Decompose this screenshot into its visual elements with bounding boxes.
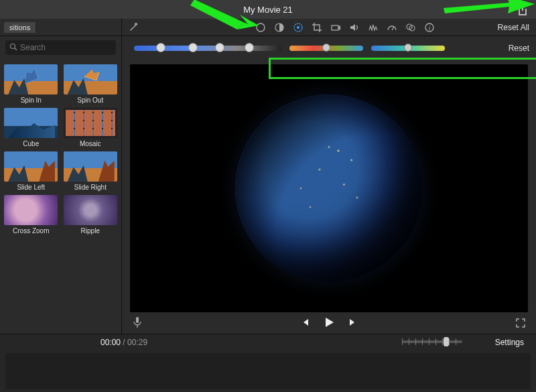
next-icon[interactable] — [348, 317, 358, 330]
saturation-slider[interactable] — [289, 46, 363, 51]
speed-icon[interactable] — [386, 21, 398, 34]
svg-point-0 — [11, 44, 15, 48]
sidebar-tabs: sitions — [0, 19, 121, 36]
filter-icon[interactable] — [405, 21, 417, 34]
time-separator: / — [121, 338, 127, 347]
thumb-label: Spin In — [3, 96, 60, 104]
fullscreen-icon[interactable] — [516, 318, 525, 330]
thumb-label: Cube — [3, 140, 60, 147]
svg-rect-12 — [136, 317, 139, 323]
project-title: My Movie 21 — [243, 5, 293, 15]
thumb-mosaic[interactable]: Mosaic — [62, 108, 119, 147]
timeline-settings-button[interactable]: Settings — [495, 338, 524, 347]
svg-line-7 — [392, 27, 394, 30]
timeline-panel: 00:00 / 00:29 Settings — [0, 334, 536, 392]
timeline-track[interactable] — [5, 353, 531, 389]
thumb-cube[interactable]: Cube — [3, 108, 60, 147]
thumb-ripple[interactable]: Ripple — [62, 195, 119, 235]
reset-all-button[interactable]: Reset All — [498, 23, 529, 32]
thumb-label: Spin Out — [62, 96, 119, 104]
play-icon[interactable] — [322, 316, 336, 332]
color-correction-icon[interactable] — [292, 21, 304, 34]
inspector-icons: i — [255, 21, 436, 34]
svg-point-5 — [297, 26, 299, 29]
thumb-label: Slide Right — [62, 184, 119, 191]
playhead-time: 00:00 — [100, 338, 121, 347]
svg-text:i: i — [429, 25, 431, 31]
thumb-label: Cross Zoom — [3, 227, 60, 235]
reset-button[interactable]: Reset — [509, 44, 529, 53]
stabilization-icon[interactable] — [330, 21, 342, 34]
volume-icon[interactable] — [348, 21, 360, 34]
tab-transitions[interactable]: sitions — [4, 22, 36, 33]
thumb-slide-left[interactable]: Slide Left — [3, 151, 60, 191]
svg-point-2 — [257, 23, 265, 31]
info-icon[interactable]: i — [423, 21, 436, 34]
temperature-slider[interactable] — [371, 46, 445, 51]
crop-icon[interactable] — [311, 21, 323, 34]
inspector-toolbar: i Reset All — [122, 19, 536, 36]
zoom-slider[interactable] — [402, 338, 462, 345]
thumb-spin-in[interactable]: Spin In — [3, 64, 60, 104]
search-input[interactable] — [20, 43, 112, 52]
sidebar: sitions Spin In Spin Out Cube Mosaic Sli… — [0, 19, 122, 334]
transitions-grid: Spin In Spin Out Cube Mosaic Slide Left … — [0, 59, 121, 334]
exposure-slider[interactable] — [134, 46, 281, 51]
share-icon[interactable] — [517, 3, 528, 17]
thumb-slide-right[interactable]: Slide Right — [62, 151, 119, 191]
thumb-label: Slide Left — [3, 184, 60, 191]
search-icon — [9, 43, 17, 53]
auto-enhance-icon[interactable] — [255, 21, 267, 34]
color-adjust-row: Reset — [122, 36, 536, 60]
viewer-panel: i Reset All Reset — [122, 19, 536, 334]
thumb-label: Ripple — [62, 227, 119, 235]
previous-icon[interactable] — [299, 317, 310, 330]
voiceover-icon[interactable] — [133, 316, 142, 331]
title-bar: My Movie 21 — [0, 0, 536, 19]
magic-wand-icon[interactable] — [129, 21, 139, 34]
preview-viewport[interactable] — [130, 64, 528, 312]
timeline-header: 00:00 / 00:29 Settings — [0, 334, 536, 350]
thumb-cross-zoom[interactable]: Cross Zoom — [3, 195, 60, 235]
noise-reduction-icon[interactable] — [367, 21, 379, 34]
color-balance-icon[interactable] — [273, 21, 285, 34]
playback-controls — [122, 314, 536, 334]
thumb-spin-out[interactable]: Spin Out — [62, 64, 119, 104]
clip-duration: 00:29 — [127, 338, 147, 347]
search-field[interactable] — [5, 40, 116, 55]
preview-content — [235, 94, 423, 282]
svg-line-1 — [15, 48, 17, 50]
svg-rect-6 — [332, 25, 338, 30]
thumb-label: Mosaic — [62, 140, 119, 147]
